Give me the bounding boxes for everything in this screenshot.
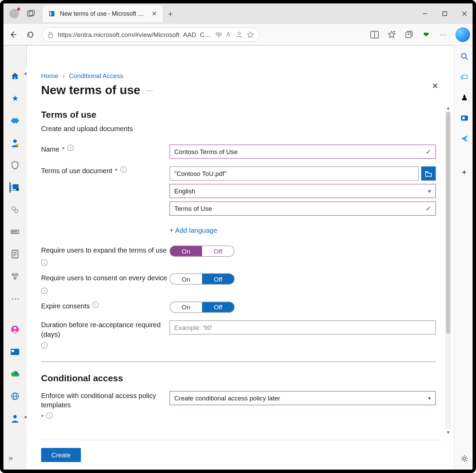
chevron-down-icon: ▾ <box>428 188 431 194</box>
breadcrumb-conditional-access[interactable]: Conditional Access <box>69 72 123 79</box>
info-icon[interactable]: i <box>120 166 127 173</box>
window-minimize-button[interactable] <box>415 3 435 24</box>
svg-point-41 <box>16 231 17 232</box>
conditional-access-heading: Conditional access <box>41 373 436 383</box>
enforce-value: Create conditional access policy later <box>174 394 280 401</box>
create-button[interactable]: Create <box>41 448 81 462</box>
toggle-off[interactable]: Off <box>202 246 234 256</box>
scroll-thumb[interactable] <box>446 112 451 334</box>
sidebar-search-icon[interactable] <box>459 51 469 62</box>
nav-globe-icon[interactable] <box>10 391 20 401</box>
favorites-icon[interactable] <box>387 30 397 39</box>
browse-file-button[interactable] <box>421 166 436 180</box>
nav-learn-icon[interactable] <box>10 324 20 335</box>
health-icon[interactable]: ❤ <box>421 30 431 39</box>
expire-toggle[interactable]: On Off <box>170 302 235 313</box>
document-language-value: English <box>174 188 196 195</box>
browser-titlebar: New terms of use - Microsoft Ent… ✕ ＋ <box>3 3 474 24</box>
nav-card-icon[interactable] <box>10 347 20 357</box>
nav-favorites-icon[interactable]: ★ <box>10 93 20 104</box>
nav-cloud-icon[interactable] <box>10 369 20 379</box>
window-close-button[interactable] <box>455 3 475 24</box>
account-addr-icon[interactable] <box>236 31 243 38</box>
nav-governance-icon[interactable] <box>9 182 20 193</box>
info-icon[interactable]: i <box>41 259 48 266</box>
chevron-right-icon: › <box>63 72 65 79</box>
nav-user2-icon[interactable] <box>10 413 20 424</box>
svg-rect-2 <box>49 11 54 16</box>
refresh-button[interactable] <box>25 29 36 40</box>
add-language-link[interactable]: + Add language <box>170 227 436 235</box>
nav-diagnose-icon[interactable] <box>10 116 20 126</box>
address-bar[interactable]: https://entra.microsoft.com/#view/Micros… <box>42 27 260 42</box>
scrollbar[interactable]: ▲ ▼ <box>445 112 451 429</box>
svg-point-46 <box>12 273 14 276</box>
close-blade-button[interactable]: ✕ <box>432 81 438 91</box>
info-icon[interactable]: i <box>41 342 48 348</box>
extensions-addr-icon[interactable] <box>215 31 222 38</box>
toggle-on[interactable]: On <box>170 302 202 312</box>
toggle-off[interactable]: Off <box>202 274 234 284</box>
svg-rect-3 <box>50 12 51 15</box>
more-icon[interactable]: ⋯ <box>438 30 448 39</box>
sidebar-send-icon[interactable] <box>459 133 469 144</box>
info-icon[interactable]: i <box>46 412 53 419</box>
sidebar-outlook-icon[interactable] <box>459 113 469 123</box>
svg-point-57 <box>13 415 17 419</box>
svg-point-22 <box>461 53 466 58</box>
favorite-star-icon[interactable] <box>247 31 254 38</box>
info-icon[interactable]: i <box>41 287 48 294</box>
collections-icon[interactable] <box>404 30 414 39</box>
browser-tab[interactable]: New terms of use - Microsoft Ent… ✕ <box>43 5 163 22</box>
nav-more-dots-icon[interactable]: ⋯ <box>10 294 20 304</box>
document-label: Terms of use document <box>41 166 112 176</box>
require-device-toggle[interactable]: On Off <box>170 273 235 285</box>
window-maximize-button[interactable] <box>435 3 455 24</box>
toggle-on[interactable]: On <box>170 274 202 284</box>
sidebar-add-icon[interactable]: ＋ <box>459 167 469 177</box>
scroll-up-icon[interactable]: ▲ <box>445 105 451 112</box>
sidebar-shopping-icon[interactable]: 🏷 <box>459 72 469 82</box>
breadcrumb-home[interactable]: Home <box>41 72 58 79</box>
name-input[interactable]: Contoso Terms of Use ✓ <box>170 145 436 159</box>
require-expand-toggle[interactable]: On Off <box>170 246 235 257</box>
info-icon[interactable]: i <box>67 145 74 151</box>
toggle-off[interactable]: Off <box>202 302 234 312</box>
copilot-icon[interactable] <box>455 27 470 42</box>
document-language-select[interactable]: English ▾ <box>170 184 436 198</box>
nav-identity-icon[interactable] <box>10 138 20 148</box>
document-file-value: "Contoso ToU.pdf" <box>174 170 227 177</box>
nav-verified-id-icon[interactable] <box>10 205 20 215</box>
info-icon[interactable]: i <box>92 302 99 308</box>
sidebar-settings-icon[interactable] <box>459 453 469 464</box>
duration-input[interactable]: Example: '90' <box>170 320 436 334</box>
tab-close-icon[interactable]: ✕ <box>150 10 159 18</box>
toggle-on[interactable]: On <box>170 246 202 256</box>
workspaces-icon[interactable] <box>23 6 39 22</box>
nav-settings-icon[interactable] <box>10 271 20 282</box>
title-more-icon[interactable]: ⋯ <box>146 86 154 94</box>
svg-point-53 <box>15 372 18 375</box>
document-display-input[interactable]: Terms of Use ✓ <box>170 202 436 216</box>
new-tab-button[interactable]: ＋ <box>163 9 178 19</box>
sidebar-games-icon[interactable]: ♟ <box>459 92 469 103</box>
nav-show-more-icon[interactable]: » <box>9 454 13 463</box>
browser-toolbar: https://entra.microsoft.com/#view/Micros… <box>3 24 474 46</box>
lock-icon <box>48 31 54 38</box>
breadcrumb: Home › Conditional Access <box>41 72 440 79</box>
nav-permissions-icon[interactable] <box>10 227 20 237</box>
scroll-down-icon[interactable]: ▼ <box>445 430 451 436</box>
svg-point-25 <box>462 117 465 119</box>
read-aloud-icon[interactable]: A› <box>226 31 231 38</box>
svg-point-40 <box>14 231 15 232</box>
nav-home-icon[interactable] <box>10 71 20 81</box>
edge-sidebar: 🏷 ♟ ＋ <box>454 46 474 470</box>
document-file-input[interactable]: "Contoso ToU.pdf" <box>170 166 419 180</box>
split-screen-icon[interactable] <box>370 30 379 39</box>
nav-billing-icon[interactable] <box>10 249 20 259</box>
enforce-select[interactable]: Create conditional access policy later ▾ <box>170 391 436 405</box>
nav-protection-icon[interactable] <box>10 160 20 170</box>
back-button[interactable] <box>8 29 19 40</box>
svg-rect-11 <box>219 33 221 35</box>
profile-avatar-icon[interactable] <box>10 9 19 18</box>
